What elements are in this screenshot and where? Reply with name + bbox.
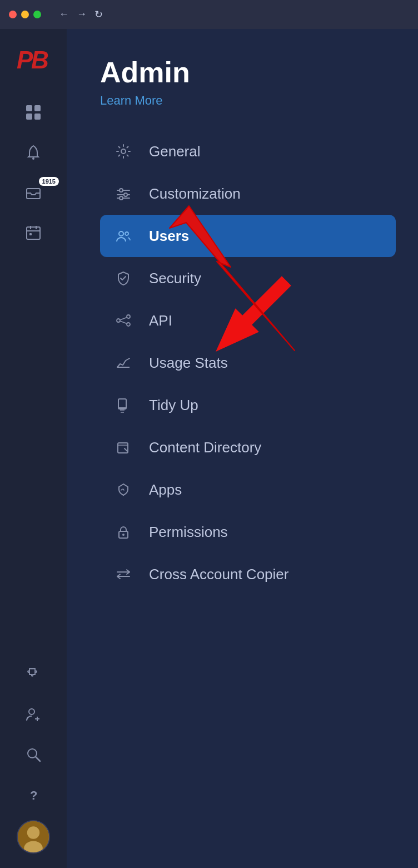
sidebar-item-api[interactable]: API bbox=[100, 299, 396, 342]
sidebar-item-users[interactable]: Users bbox=[100, 215, 396, 257]
sidebar-item-customization[interactable]: Customization bbox=[100, 172, 396, 215]
lock-icon bbox=[113, 522, 133, 542]
svg-line-35 bbox=[120, 321, 127, 324]
security-label: Security bbox=[149, 270, 201, 287]
tidy-icon bbox=[113, 395, 133, 415]
svg-point-30 bbox=[125, 232, 128, 235]
svg-point-22 bbox=[121, 149, 126, 154]
svg-text:?: ? bbox=[30, 788, 37, 802]
content-directory-label: Content Directory bbox=[149, 439, 261, 456]
sidebar-item-cross-account-copier[interactable]: Cross Account Copier bbox=[100, 553, 396, 595]
sidebar-grid-icon[interactable] bbox=[0, 92, 67, 132]
svg-rect-8 bbox=[27, 227, 40, 239]
sidebar-puzzle-icon[interactable] bbox=[0, 654, 67, 694]
sidebar-item-permissions[interactable]: Permissions bbox=[100, 511, 396, 553]
apps-icon bbox=[113, 480, 133, 500]
icon-bar-bottom: ? bbox=[0, 654, 67, 868]
svg-point-33 bbox=[127, 323, 130, 326]
users-label: Users bbox=[149, 228, 189, 245]
svg-line-17 bbox=[36, 757, 40, 761]
svg-point-20 bbox=[27, 826, 39, 839]
svg-point-28 bbox=[120, 196, 123, 200]
minimize-button[interactable] bbox=[21, 11, 29, 18]
learn-more-link[interactable]: Learn More bbox=[100, 93, 396, 108]
page-title: Admin bbox=[100, 56, 396, 89]
sidebar-inbox-icon[interactable]: 1915 bbox=[0, 172, 67, 213]
menu-list: General Customization bbox=[100, 130, 396, 595]
close-button[interactable] bbox=[9, 11, 17, 18]
svg-rect-4 bbox=[26, 114, 32, 120]
admin-content: Admin Learn More General bbox=[67, 29, 418, 868]
general-label: General bbox=[149, 143, 201, 160]
svg-point-13 bbox=[29, 709, 34, 714]
svg-point-44 bbox=[122, 534, 125, 536]
svg-point-31 bbox=[117, 319, 120, 322]
logo[interactable]: P B bbox=[14, 40, 53, 79]
apps-label: Apps bbox=[149, 481, 182, 499]
tidy-up-label: Tidy Up bbox=[149, 397, 198, 414]
svg-line-34 bbox=[120, 318, 127, 320]
sidebar-item-apps[interactable]: Apps bbox=[100, 468, 396, 511]
sidebar-add-user-icon[interactable] bbox=[0, 694, 67, 734]
svg-point-26 bbox=[120, 189, 123, 192]
arrows-icon bbox=[113, 564, 133, 584]
svg-point-29 bbox=[119, 231, 123, 236]
back-button[interactable]: ← bbox=[59, 8, 69, 21]
api-icon bbox=[113, 310, 133, 331]
main-layout: P B 19 bbox=[0, 29, 418, 868]
avatar[interactable] bbox=[0, 815, 67, 855]
svg-rect-12 bbox=[29, 233, 32, 235]
svg-rect-41 bbox=[118, 443, 128, 453]
icon-bar: P B 19 bbox=[0, 29, 67, 868]
sidebar-search-icon[interactable] bbox=[0, 734, 67, 775]
svg-point-6 bbox=[32, 157, 34, 160]
customization-label: Customization bbox=[149, 185, 241, 203]
forward-button[interactable]: → bbox=[77, 8, 87, 21]
permissions-label: Permissions bbox=[149, 524, 228, 541]
sidebar-item-content-directory[interactable]: Content Directory bbox=[100, 426, 396, 468]
sidebar-item-tidy-up[interactable]: Tidy Up bbox=[100, 384, 396, 426]
chart-icon bbox=[113, 353, 133, 373]
svg-line-42 bbox=[125, 448, 127, 451]
maximize-button[interactable] bbox=[33, 11, 41, 18]
sidebar-item-usage-stats[interactable]: Usage Stats bbox=[100, 342, 396, 384]
sidebar-calendar-icon[interactable] bbox=[0, 213, 67, 253]
users-icon bbox=[113, 226, 133, 246]
sidebar-item-security[interactable]: Security bbox=[100, 257, 396, 299]
sidebar-item-general[interactable]: General bbox=[100, 130, 396, 172]
shield-icon bbox=[113, 268, 133, 288]
usage-stats-label: Usage Stats bbox=[149, 354, 228, 372]
sidebar-help-icon[interactable]: ? bbox=[0, 775, 67, 815]
refresh-button[interactable]: ↻ bbox=[94, 8, 103, 21]
gear-icon bbox=[113, 141, 133, 161]
sliders-icon bbox=[113, 184, 133, 204]
sidebar-bell-icon[interactable] bbox=[0, 132, 67, 172]
api-label: API bbox=[149, 312, 172, 329]
inbox-badge: 1915 bbox=[39, 177, 59, 186]
nav-buttons: ← → ↻ bbox=[59, 8, 103, 21]
title-bar: ← → ↻ bbox=[0, 0, 418, 29]
svg-rect-5 bbox=[34, 114, 41, 120]
svg-text:B: B bbox=[31, 46, 49, 73]
traffic-lights bbox=[9, 11, 41, 18]
cross-account-copier-label: Cross Account Copier bbox=[149, 566, 288, 583]
svg-point-27 bbox=[124, 193, 127, 196]
content-directory-icon bbox=[113, 437, 133, 457]
svg-rect-2 bbox=[26, 105, 32, 111]
svg-point-32 bbox=[127, 315, 130, 318]
svg-rect-3 bbox=[34, 105, 41, 111]
